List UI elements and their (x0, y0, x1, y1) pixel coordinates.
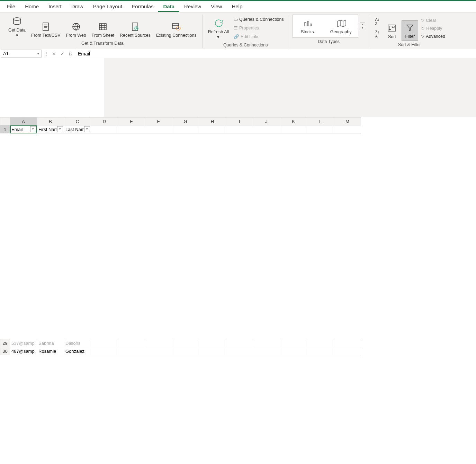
advanced-filter-button[interactable]: ▽Advanced (420, 33, 447, 40)
name-box[interactable]: A1▾ (1, 50, 42, 58)
enter-formula-button[interactable]: ✓ (58, 49, 66, 58)
col-header-K[interactable]: K (280, 117, 307, 125)
file-text-icon (40, 21, 51, 32)
tab-view[interactable]: View (206, 1, 227, 12)
tab-file[interactable]: File (2, 1, 20, 12)
cell-A29[interactable]: 537@samp (10, 339, 37, 347)
cell-B29[interactable]: Sabrina (37, 339, 64, 347)
table-icon (97, 21, 108, 32)
from-sheet-button[interactable]: From Sheet (90, 20, 116, 40)
globe-icon (71, 21, 82, 32)
geography-button[interactable]: Geography (328, 16, 354, 36)
col-header-M[interactable]: M (334, 117, 361, 125)
svg-point-0 (14, 18, 20, 20)
stocks-icon (302, 18, 313, 29)
row-header-1[interactable]: 1 (0, 125, 10, 133)
col-header-C[interactable]: C (64, 117, 91, 125)
cell-C29[interactable]: Dallons (64, 339, 91, 347)
refresh-all-button[interactable]: Refresh All ▾ (206, 16, 231, 41)
cell-C30[interactable]: Gonzalez (64, 347, 91, 355)
tab-data[interactable]: Data (158, 1, 179, 12)
tab-formulas[interactable]: Formulas (127, 1, 159, 12)
queries-connections-button[interactable]: ▭Queries & Connections (232, 16, 285, 23)
tab-review[interactable]: Review (179, 1, 206, 12)
row-header-29[interactable]: 29 (0, 339, 10, 347)
group-label-sortfilter: Sort & Filter (398, 41, 421, 48)
filter-dropdown-C[interactable]: ▾ (84, 126, 90, 132)
datatype-spinner[interactable]: ▴▾ (360, 23, 365, 30)
existing-connections-button[interactable]: Existing Connections (154, 20, 199, 40)
reapply-icon: ↻ (421, 26, 425, 31)
get-data-button[interactable]: Get Data ▾ (6, 15, 28, 40)
formula-input[interactable] (75, 49, 476, 58)
reapply-button: ↻Reapply (420, 25, 447, 32)
stocks-button[interactable]: Stocks (297, 16, 318, 36)
cell-B1[interactable]: First Nam▾ (37, 125, 64, 133)
properties-icon: ☰ (234, 25, 238, 30)
database-icon (11, 16, 23, 27)
cell-C1[interactable]: Last Nam▾ (64, 125, 91, 133)
connections-icon: ▭ (234, 17, 238, 22)
links-icon: 🔗 (234, 34, 239, 39)
filter-button[interactable]: Filter (402, 20, 418, 41)
cancel-formula-button[interactable]: ✕ (50, 49, 58, 58)
group-label-datatypes: Data Types (318, 38, 340, 45)
formula-bar: A1▾ ⋮ ✕ ✓ fₓ (0, 49, 476, 58)
sort-icon: AZ (386, 23, 397, 34)
from-text-csv-button[interactable]: From Text/CSV (29, 20, 63, 40)
from-web-button[interactable]: From Web (64, 20, 88, 40)
filter-dropdown-A[interactable]: ▾ (30, 126, 36, 132)
sort-button[interactable]: AZ Sort (384, 21, 400, 41)
group-label-get-transform: Get & Transform Data (81, 40, 124, 46)
col-header-L[interactable]: L (307, 117, 334, 125)
insert-function-button[interactable]: fₓ (66, 49, 75, 58)
col-header-E[interactable]: E (118, 117, 145, 125)
svg-rect-6 (172, 24, 179, 28)
cell-A30[interactable]: 487@samp (10, 347, 37, 355)
col-header-A[interactable]: A (10, 117, 37, 125)
col-header-H[interactable]: H (199, 117, 226, 125)
svg-text:AZ: AZ (392, 26, 395, 29)
sort-asc-button[interactable]: A↓Z (374, 17, 381, 26)
svg-rect-3 (99, 24, 106, 30)
col-header-D[interactable]: D (91, 117, 118, 125)
advanced-icon: ▽ (421, 34, 424, 39)
refresh-icon (213, 18, 224, 29)
clear-filter-button: ▽Clear (420, 17, 447, 24)
properties-button: ☰Properties (232, 25, 285, 31)
tab-help[interactable]: Help (227, 1, 247, 12)
col-header-I[interactable]: I (226, 117, 253, 125)
sort-desc-icon: Z↓A (375, 30, 379, 38)
worksheet-grid[interactable]: A B C D E F G H I J K L M 1 Email ▾ (0, 117, 476, 464)
col-header-F[interactable]: F (145, 117, 172, 125)
col-header-B[interactable]: B (37, 117, 64, 125)
funnel-icon (404, 22, 415, 33)
clock-file-icon (129, 21, 141, 32)
ribbon: Get Data ▾ From Text/CSV From Web From S… (0, 12, 476, 49)
row-header-30[interactable]: 30 (0, 347, 10, 355)
edit-links-button: 🔗Edit Links (232, 33, 285, 40)
tab-insert[interactable]: Insert (44, 1, 66, 12)
sort-desc-button[interactable]: Z↓A (374, 29, 381, 39)
col-header-J[interactable]: J (253, 117, 280, 125)
svg-rect-1 (43, 23, 48, 30)
cell-A1[interactable]: Email ▾ A↓Sort A to Z Z↓Sort Z to A Sort… (10, 125, 37, 133)
tab-page-layout[interactable]: Page Layout (88, 1, 127, 12)
col-header-G[interactable]: G (172, 117, 199, 125)
clear-icon: ▽ (421, 18, 424, 23)
link-table-icon (171, 21, 182, 32)
tab-home[interactable]: Home (20, 1, 44, 12)
cell-B30[interactable]: Rosamie (37, 347, 64, 355)
sort-asc-icon: A↓Z (375, 17, 380, 26)
filter-dropdown-B[interactable]: ▾ (57, 126, 63, 132)
tab-draw[interactable]: Draw (66, 1, 88, 12)
group-label-queries: Queries & Connections (223, 41, 268, 48)
recent-sources-button[interactable]: Recent Sources (118, 20, 153, 40)
ribbon-tabbar: File Home Insert Draw Page Layout Formul… (0, 1, 476, 12)
map-icon (335, 18, 347, 29)
